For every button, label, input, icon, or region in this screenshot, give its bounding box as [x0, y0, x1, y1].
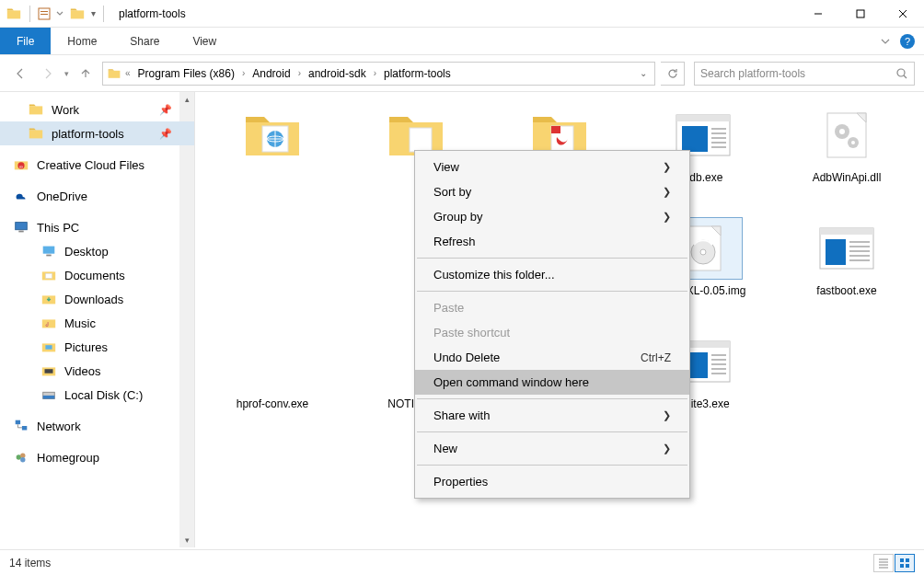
svg-rect-69 [900, 564, 904, 568]
svg-rect-55 [849, 250, 870, 252]
search-input[interactable]: Search platform-tools [694, 62, 915, 86]
sidebar-item-creative-cloud[interactable]: ∞ Creative Cloud Files [0, 153, 194, 177]
svg-rect-32 [711, 142, 726, 144]
menu-item[interactable]: Group by❯ [415, 204, 689, 229]
svg-rect-17 [22, 426, 27, 431]
tab-view[interactable]: View [176, 28, 233, 54]
svg-rect-13 [45, 369, 53, 374]
svg-point-4 [897, 69, 905, 76]
svg-rect-24 [410, 128, 432, 152]
menu-item-label: Sort by [433, 185, 471, 199]
breadcrumb[interactable]: Android [248, 67, 294, 80]
file-icon [234, 331, 311, 392]
menu-item[interactable]: Share with❯ [415, 403, 689, 428]
menu-separator [417, 431, 687, 432]
sidebar-item-onedrive[interactable]: OneDrive [0, 184, 194, 208]
chevron-right-icon: ❯ [663, 186, 671, 198]
menu-item[interactable]: Sort by❯ [415, 179, 689, 204]
breadcrumb[interactable]: android-sdk [305, 67, 370, 80]
svg-rect-8 [18, 231, 23, 233]
svg-rect-3 [857, 10, 864, 17]
qat-dropdown-icon[interactable] [56, 10, 64, 17]
file-item[interactable]: hprof-conv.exe [204, 331, 341, 411]
svg-point-49 [700, 249, 706, 255]
menu-item[interactable]: Customize this folder... [415, 262, 689, 287]
svg-rect-1 [40, 11, 48, 12]
navigation-pane: ▴▾ Work 📌 platform-tools 📌 ∞ Creative Cl… [0, 92, 195, 547]
back-button[interactable] [9, 63, 31, 85]
sidebar-item-videos[interactable]: Videos [0, 359, 194, 383]
view-large-icons-button[interactable] [895, 554, 915, 572]
file-icon [808, 105, 885, 166]
tab-home[interactable]: Home [51, 28, 113, 54]
svg-rect-52 [826, 239, 846, 265]
file-item[interactable] [204, 105, 341, 185]
svg-rect-7 [16, 223, 28, 230]
svg-rect-68 [906, 558, 909, 562]
menu-item[interactable]: Undo DeleteCtrl+Z [415, 345, 689, 370]
menu-item-label: Open command window here [433, 375, 589, 389]
svg-rect-10 [46, 255, 51, 257]
chevron-down-icon[interactable] [880, 36, 891, 47]
sidebar-item-pictures[interactable]: Pictures [0, 335, 194, 359]
address-bar[interactable]: « Program Files (x86)› Android› android-… [102, 62, 655, 86]
sidebar-item-platform-tools[interactable]: platform-tools 📌 [0, 121, 194, 145]
sidebar-item-label: Network [37, 420, 81, 433]
svg-rect-29 [711, 128, 726, 130]
svg-rect-27 [676, 115, 730, 121]
sidebar-item-local-disk[interactable]: Local Disk (C:) [0, 383, 194, 407]
menu-item[interactable]: View❯ [415, 155, 689, 179]
breadcrumb[interactable]: platform-tools [380, 67, 455, 80]
svg-rect-11 [45, 273, 52, 278]
menu-item[interactable]: New❯ [415, 436, 689, 461]
svg-point-36 [839, 129, 845, 134]
sidebar-item-work[interactable]: Work 📌 [0, 98, 194, 121]
ribbon-tabs: File Home Share View ? [0, 28, 924, 55]
minimize-button[interactable] [797, 0, 839, 28]
file-icon [808, 218, 885, 279]
chevron-right-icon: ❯ [663, 161, 671, 173]
menu-item: Paste [415, 295, 689, 320]
up-button[interactable] [75, 63, 97, 85]
breadcrumb[interactable]: Program Files (x86) [134, 67, 238, 80]
qat-properties-icon[interactable] [38, 7, 51, 20]
maximize-button[interactable] [839, 0, 882, 28]
sidebar-item-network[interactable]: Network [0, 414, 194, 438]
sidebar-item-label: Downloads [64, 293, 123, 306]
svg-rect-66 [711, 373, 726, 374]
svg-rect-56 [849, 255, 870, 257]
sidebar-item-label: This PC [37, 221, 79, 235]
refresh-button[interactable] [661, 62, 685, 86]
svg-rect-65 [711, 368, 726, 370]
sidebar-item-this-pc[interactable]: This PC [0, 215, 194, 239]
sidebar-item-label: Homegroup [37, 451, 99, 465]
menu-item[interactable]: Open command window here [415, 370, 689, 395]
menu-item: Paste shortcut [415, 320, 689, 345]
menu-item[interactable]: Refresh [415, 229, 689, 254]
chevron-right-icon: ❯ [663, 211, 671, 223]
menu-item-label: Share with [433, 408, 490, 422]
close-button[interactable] [882, 0, 924, 28]
view-details-button[interactable] [873, 554, 894, 572]
svg-rect-2 [40, 14, 48, 15]
help-icon[interactable]: ? [900, 34, 915, 49]
file-list[interactable]: systraceadb.exeAdbWinApi.dlletc1tool.exe… [195, 92, 924, 547]
file-item[interactable]: fastboot.exe [779, 218, 915, 298]
sidebar-item-downloads[interactable]: Downloads [0, 287, 194, 311]
status-bar: 14 items [0, 549, 924, 575]
folder-icon[interactable] [69, 6, 86, 22]
menu-item[interactable]: Properties [415, 469, 689, 494]
sidebar-item-label: platform-tools [52, 127, 124, 141]
menu-item-label: Refresh [433, 235, 476, 248]
file-item[interactable]: AdbWinApi.dll [779, 105, 915, 185]
menu-item-label: Undo Delete [433, 351, 500, 364]
file-tab[interactable]: File [0, 28, 51, 54]
sidebar-item-music[interactable]: Music [0, 311, 194, 335]
sidebar-item-documents[interactable]: Documents [0, 263, 194, 287]
sidebar-item-desktop[interactable]: Desktop [0, 239, 194, 263]
tab-share[interactable]: Share [113, 28, 176, 54]
svg-rect-62 [711, 354, 726, 356]
forward-button[interactable] [37, 63, 59, 85]
file-icon [234, 105, 311, 166]
sidebar-item-homegroup[interactable]: Homegroup [0, 445, 194, 469]
